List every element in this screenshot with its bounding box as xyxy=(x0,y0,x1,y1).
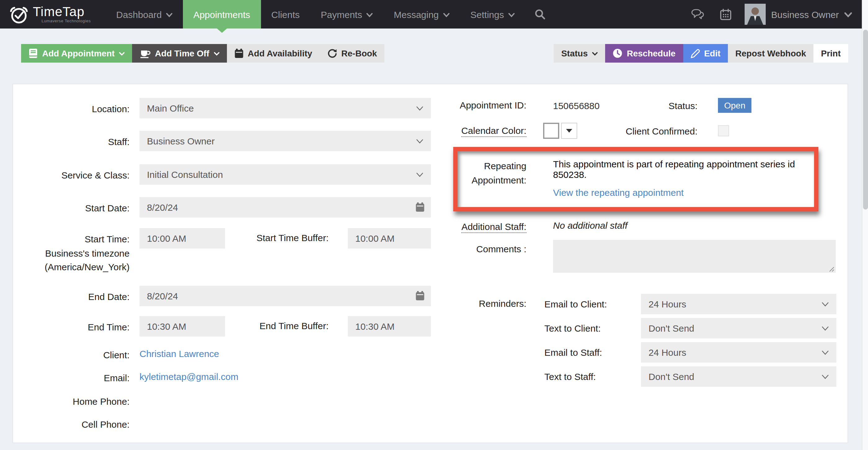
staff-label: Staff: xyxy=(32,131,130,151)
end-time-label: End Time: xyxy=(32,316,130,336)
nav-item-payments[interactable]: Payments xyxy=(310,0,383,29)
nav-item-settings[interactable]: Settings xyxy=(460,0,525,29)
reminders-label: Reminders: xyxy=(433,297,526,311)
nav-item-clients[interactable]: Clients xyxy=(261,0,310,29)
calendar-color-dropdown[interactable] xyxy=(561,123,577,139)
client-email-link[interactable]: kyletimetap@gmail.com xyxy=(140,371,238,385)
cell-phone-row: Cell Phone: xyxy=(32,418,433,432)
email-label: Email: xyxy=(32,371,130,385)
start-time-input[interactable]: 10:00 AM xyxy=(140,228,225,249)
chevron-down-icon xyxy=(366,13,373,17)
edit-button[interactable]: Edit xyxy=(683,44,728,63)
brand-logo[interactable]: TimeTap Lumaverse Technologies xyxy=(0,0,99,29)
reminder-row: Text to Client: Don't Send xyxy=(433,318,847,338)
comments-label: Comments : xyxy=(433,239,526,256)
nav-item-messaging[interactable]: Messaging xyxy=(383,0,460,29)
view-repeating-appointment-link[interactable]: View the repeating appointment xyxy=(553,187,684,198)
top-navbar: TimeTap Lumaverse Technologies Dashboard… xyxy=(0,0,868,29)
additional-staff-label: Additional Staff: xyxy=(461,221,526,233)
staff-row: Staff: Business Owner xyxy=(32,131,433,151)
user-avatar[interactable] xyxy=(745,4,766,25)
status-dropdown-button[interactable]: Status xyxy=(554,44,605,63)
add-time-off-button[interactable]: Add Time Off xyxy=(132,44,227,63)
messages-button[interactable] xyxy=(684,8,713,21)
toolbar-light-group: Add Availability Re-Book xyxy=(227,44,384,63)
staff-select[interactable]: Business Owner xyxy=(140,131,431,151)
reminder-row: Text to Staff: Don't Send xyxy=(433,366,847,386)
add-appointment-button[interactable]: Add Appointment xyxy=(21,44,132,63)
service-select[interactable]: Initial Consultation xyxy=(140,164,431,185)
pencil-icon xyxy=(690,49,700,58)
home-phone-label: Home Phone: xyxy=(32,394,130,409)
chevron-down-icon xyxy=(822,374,829,379)
additional-staff-value: No additional staff xyxy=(553,220,627,231)
chevron-down-icon xyxy=(416,172,424,177)
search-button[interactable] xyxy=(525,0,555,29)
coffee-cup-icon xyxy=(140,49,151,58)
refresh-arrows-icon xyxy=(327,49,337,58)
repeating-appointment-highlight-box: Repeating Appointment: This appointment … xyxy=(453,147,818,212)
resize-grip-icon[interactable] xyxy=(829,266,835,272)
timetap-app: TimeTap Lumaverse Technologies Dashboard… xyxy=(0,0,868,450)
chevron-down-icon xyxy=(166,13,173,17)
rebook-button[interactable]: Re-Book xyxy=(320,44,384,63)
status-label: Status: xyxy=(646,100,698,110)
calendar-color-swatch[interactable] xyxy=(543,123,559,139)
text-to-client-select[interactable]: Don't Send xyxy=(641,318,836,338)
chevron-down-icon[interactable] xyxy=(844,9,852,20)
calendar-color-row: Calendar Color: Client Confirmed: xyxy=(433,123,847,139)
start-time-buffer-input[interactable]: 10:00 AM xyxy=(348,228,431,249)
repeating-series-text: This appointment is part of repeating ap… xyxy=(553,159,805,180)
client-confirmed-checkbox[interactable] xyxy=(718,125,729,136)
nav-item-dashboard[interactable]: Dashboard xyxy=(106,0,183,29)
start-time-label: Start Time: xyxy=(32,232,130,246)
chat-bubbles-icon xyxy=(691,8,706,21)
chevron-down-icon xyxy=(119,52,125,56)
email-to-staff-select[interactable]: 24 Hours xyxy=(641,342,836,362)
additional-staff-row: Additional Staff: No additional staff xyxy=(433,220,847,234)
appointment-form-column: Location: Main Office Staff: Business Ow… xyxy=(32,98,433,443)
start-date-input[interactable]: 8/20/24 xyxy=(140,197,431,218)
print-button[interactable]: Print xyxy=(813,44,848,63)
appointment-id-value: 150656880 xyxy=(553,100,646,110)
end-time-input[interactable]: 10:30 AM xyxy=(140,316,225,336)
end-time-buffer-input[interactable]: 10:30 AM xyxy=(348,316,431,336)
start-time-row: Start Time: Business's timezone (America… xyxy=(32,228,433,274)
location-select[interactable]: Main Office xyxy=(140,98,431,118)
user-menu-label[interactable]: Business Owner xyxy=(771,9,839,20)
calendar-outline-icon xyxy=(720,8,732,20)
text-to-client-label: Text to Client: xyxy=(545,323,641,333)
action-toolbar: Add Appointment Add Time Off xyxy=(0,29,868,63)
appointment-id-label: Appointment ID: xyxy=(433,99,526,112)
text-to-staff-select[interactable]: Don't Send xyxy=(641,366,836,386)
end-date-input[interactable]: 8/20/24 xyxy=(140,285,431,306)
status-badge: Open xyxy=(718,98,752,113)
chevron-down-icon xyxy=(822,301,829,307)
reminder-row: Email to Staff: 24 Hours xyxy=(433,342,847,362)
reschedule-button[interactable]: Reschedule xyxy=(605,44,683,63)
reminders-section: Reminders: Email to Client: 24 Hours Tex… xyxy=(433,293,847,386)
start-date-row: Start Date: 8/20/24 xyxy=(32,197,433,218)
comments-textarea[interactable] xyxy=(553,239,836,272)
calendar-solid-icon[interactable] xyxy=(415,290,425,300)
end-date-label: End Date: xyxy=(32,285,130,306)
nav-item-appointments[interactable]: Appointments xyxy=(183,0,261,29)
calendar-solid-icon[interactable] xyxy=(415,202,425,212)
appointment-meta-column: Appointment ID: 150656880 Status: Open C… xyxy=(433,98,847,443)
chevron-down-icon xyxy=(416,139,424,144)
repost-webhook-button[interactable]: Repost Webhook xyxy=(728,44,813,63)
toolbar-left-group: Add Appointment Add Time Off xyxy=(21,44,384,63)
page-scrollbar-thumb[interactable] xyxy=(863,30,868,210)
add-availability-button[interactable]: Add Availability xyxy=(227,44,320,63)
page-scrollbar-track[interactable] xyxy=(862,0,868,450)
client-link[interactable]: Christian Lawrence xyxy=(140,348,219,362)
calendar-button[interactable] xyxy=(713,8,738,20)
chevron-down-icon xyxy=(416,106,424,111)
timezone-note-line1: Business's timezone xyxy=(32,246,130,260)
email-to-client-label: Email to Client: xyxy=(545,298,641,309)
chevron-down-icon xyxy=(443,13,449,17)
alarm-clock-check-icon xyxy=(9,4,33,25)
home-phone-row: Home Phone: xyxy=(32,394,433,409)
email-to-client-select[interactable]: 24 Hours xyxy=(641,293,836,314)
repeating-label-line2: Appointment: xyxy=(463,173,526,188)
